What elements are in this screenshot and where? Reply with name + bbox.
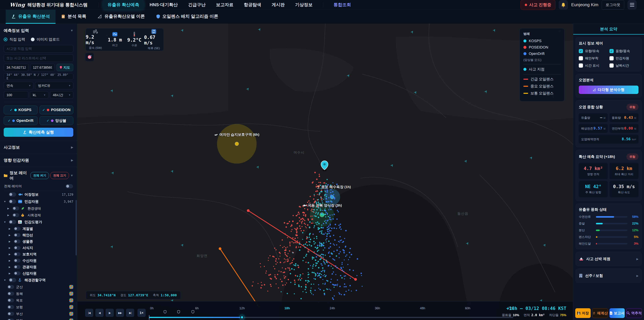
zone-style-swatch[interactable] <box>69 305 73 309</box>
layer-toggle[interactable] <box>12 207 19 210</box>
fence-marker-icon[interactable] <box>192 310 194 313</box>
zone-style-swatch[interactable] <box>69 292 73 296</box>
check-shore-adhesion[interactable]: 해안부착 <box>579 56 608 61</box>
save-button[interactable]: 저장 <box>575 308 591 318</box>
check-current-dir[interactable]: 유향/유속 <box>579 49 608 53</box>
tab-analysis-list[interactable]: 분석 목록 <box>56 10 92 24</box>
layer-toggle[interactable] <box>9 199 16 204</box>
layer-toggle[interactable] <box>14 271 20 275</box>
tab-diffusion-model-theory[interactable]: 유출유확산모델 이론 <box>92 10 150 24</box>
nav-item-integrated-search[interactable]: 통합조회 <box>329 0 355 10</box>
recalculate-button[interactable]: 재계산 <box>592 308 608 318</box>
tree-expand-icon[interactable]: ▶ <box>9 266 12 268</box>
tree-expand-icon[interactable]: ▶ <box>9 234 12 236</box>
layer-toggle[interactable] <box>14 233 20 237</box>
tree-expand-icon[interactable]: ▶ <box>8 214 10 216</box>
layer-toggle[interactable] <box>14 246 20 250</box>
playback-speed-button[interactable]: 1× <box>138 309 146 317</box>
backtrack-button[interactable]: 역추적 <box>626 308 642 318</box>
ship-specs-card[interactable]: 사고 선박 제원 ▶ <box>576 252 642 266</box>
tab-spill-analysis[interactable]: 유출유 확산분석 <box>6 10 56 24</box>
tab-oil-fence-algorithm-theory[interactable]: 오일펜스 배치 알고리즘 이론 <box>150 10 224 24</box>
spill-type-select[interactable]: 연속 <box>4 82 33 89</box>
check-datetime[interactable]: 날짜시간 <box>610 63 638 68</box>
time-slider-thumb[interactable] <box>240 315 244 319</box>
layer-toggle[interactable] <box>14 227 20 231</box>
radio-direct-input[interactable]: 직접 입력 <box>4 37 25 42</box>
radio-image-upload[interactable]: 이미지 업로드 <box>31 37 60 42</box>
nav-item-reports[interactable]: 보고자료 <box>212 0 238 10</box>
nav-item-air-search[interactable]: 항공탐색 <box>240 0 266 10</box>
unit-select[interactable]: kL <box>30 91 48 99</box>
layer-toggle[interactable] <box>8 285 14 289</box>
layer-toggle[interactable] <box>14 240 20 243</box>
recenter-target-button[interactable] <box>85 53 94 61</box>
tree-expand-icon[interactable]: ▶ <box>9 272 12 275</box>
play-button[interactable]: ▶ <box>106 309 114 317</box>
run-prediction-button[interactable]: 확산예측 실행 <box>4 128 73 137</box>
nav-item-weather-info[interactable]: 기상정보 <box>291 0 317 10</box>
tree-expand-icon[interactable]: ▼ <box>4 200 7 203</box>
tree-expand-icon[interactable]: ▶ <box>8 207 10 210</box>
zone-style-swatch[interactable] <box>69 312 73 316</box>
skip-end-button[interactable]: ▶| <box>126 309 134 317</box>
nav-item-emergency-rescue[interactable]: 긴급구난 <box>184 0 210 10</box>
layer-toggle[interactable] <box>9 192 16 196</box>
nav-item-hns-diffusion[interactable]: HNS·대기확산 <box>145 0 182 10</box>
master-layer-toggle[interactable] <box>66 184 73 188</box>
menu-button[interactable] <box>628 0 636 10</box>
tree-expand-icon[interactable]: ▼ <box>4 221 7 223</box>
check-sensitive-resources[interactable]: 민감자원 <box>610 56 638 61</box>
oil-type-select[interactable]: 벙커C유 <box>35 82 73 89</box>
tree-expand-icon[interactable]: ▼ <box>4 279 7 281</box>
zone-style-swatch[interactable] <box>69 318 73 320</box>
tree-expand-icon[interactable]: ▶ <box>9 253 12 255</box>
map-canvas[interactable]: 여수시 화양면 돌산읍 여자만 습지보호구역 (6h) 종포 해수욕장 (1h)… <box>77 24 573 320</box>
layer-toggle[interactable] <box>8 292 14 295</box>
layer-toggle[interactable] <box>8 305 14 309</box>
incident-name-input[interactable] <box>4 45 73 52</box>
layer-toggle[interactable] <box>8 319 14 320</box>
check-wind-dir[interactable]: 풍향/풍속 <box>610 49 638 53</box>
fence-marker-icon[interactable] <box>177 310 180 313</box>
model-chip-kosps[interactable]: ✓ KOSPS <box>4 106 38 114</box>
amount-input[interactable] <box>4 91 28 99</box>
skip-start-button[interactable]: |◀ <box>85 309 93 317</box>
model-chip-opendrift[interactable]: ✓ OpenDrift <box>4 116 38 125</box>
nav-item-oil-spill-prediction[interactable]: 유출유 확산예측 <box>103 0 144 10</box>
incident-list-input[interactable] <box>4 54 73 62</box>
layer-toggle[interactable] <box>8 312 14 316</box>
tree-expand-icon[interactable]: ▶ <box>9 259 12 262</box>
tree-expand-icon[interactable]: ▶ <box>9 246 12 249</box>
model-chip-ensemble[interactable]: ✓ 앙상블 <box>40 116 74 125</box>
sensitive-resources-section[interactable]: 영향 민감자원 ▶ <box>0 154 77 167</box>
tree-expand-icon[interactable]: ▶ <box>9 227 12 230</box>
zone-style-swatch[interactable] <box>69 285 73 289</box>
logout-button[interactable]: 로그아웃 <box>602 0 624 10</box>
check-time-display[interactable]: 시간 표시 <box>579 63 608 68</box>
nav-item-board[interactable]: 게시판 <box>267 0 289 10</box>
fence-marker-icon[interactable] <box>164 310 166 313</box>
pick-on-map-button[interactable]: 지도 <box>56 64 73 71</box>
layer-toggle[interactable] <box>14 259 20 262</box>
layer-toggle[interactable] <box>14 265 20 269</box>
zone-style-swatch[interactable] <box>69 298 73 302</box>
layer-toggle[interactable] <box>9 278 16 282</box>
polygon-analysis-button[interactable]: 다각형 분석수행 <box>579 86 638 94</box>
layer-toggle[interactable] <box>8 298 14 302</box>
chevron-down-icon[interactable]: ▼ <box>70 29 73 32</box>
notifications-button[interactable] <box>559 0 568 10</box>
scrollbar[interactable] <box>76 200 77 255</box>
chevron-down-icon[interactable]: ▼ <box>70 174 73 177</box>
incident-info-section[interactable]: 사고정보 ▶ <box>0 141 77 154</box>
all-layers-off-button[interactable]: 전체 끄기 <box>50 172 69 179</box>
time-track[interactable] <box>149 317 513 318</box>
report-button[interactable]: 보고서 <box>610 308 625 318</box>
latitude-input[interactable] <box>4 64 28 71</box>
tree-expand-icon[interactable]: ▶ <box>9 240 12 243</box>
owner-insurance-card[interactable]: 선주 / 보험 ▶ <box>576 269 642 283</box>
model-chip-poseidon[interactable]: ✓ POSEIDON <box>40 106 74 114</box>
layer-toggle[interactable] <box>14 252 20 256</box>
layer-toggle[interactable] <box>12 213 19 217</box>
longitude-input[interactable] <box>30 64 55 71</box>
